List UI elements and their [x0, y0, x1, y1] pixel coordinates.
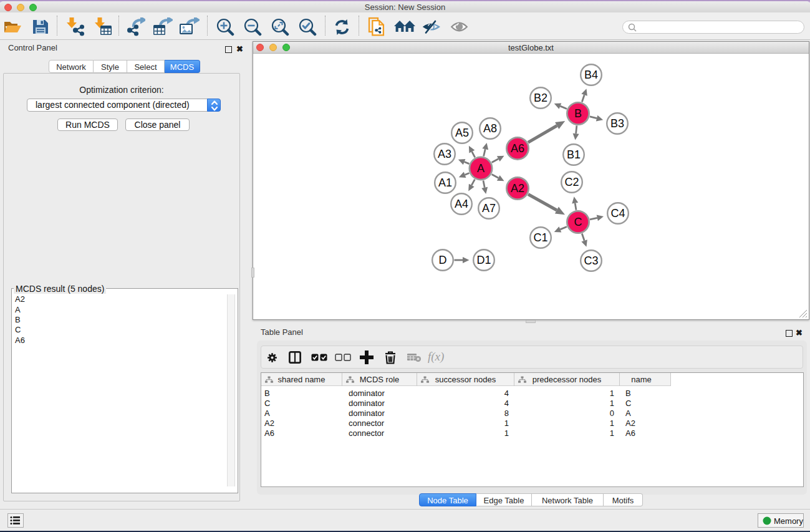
svg-text:D1: D1	[476, 254, 491, 266]
svg-text:B4: B4	[584, 69, 598, 81]
svg-text:A8: A8	[483, 122, 497, 135]
svg-text:C: C	[574, 216, 582, 228]
svg-text:D: D	[439, 254, 447, 266]
svg-text:f(x): f(x)	[428, 351, 444, 364]
svg-text:C1: C1	[533, 231, 547, 244]
svg-text:A6: A6	[511, 142, 524, 155]
svg-text:A: A	[477, 162, 485, 175]
svg-text:B2: B2	[534, 92, 547, 104]
svg-text:B3: B3	[610, 117, 624, 130]
svg-text:C3: C3	[584, 254, 598, 267]
svg-text:A2: A2	[511, 182, 524, 195]
svg-text:A3: A3	[438, 148, 451, 160]
svg-text:A7: A7	[482, 202, 496, 215]
svg-text:A5: A5	[455, 127, 469, 139]
svg-text:C2: C2	[564, 176, 579, 188]
svg-text:B1: B1	[567, 148, 581, 161]
svg-text:C4: C4	[610, 207, 625, 220]
svg-text:A4: A4	[455, 198, 468, 210]
svg-text:A1: A1	[438, 177, 452, 189]
svg-text:B: B	[574, 107, 582, 120]
